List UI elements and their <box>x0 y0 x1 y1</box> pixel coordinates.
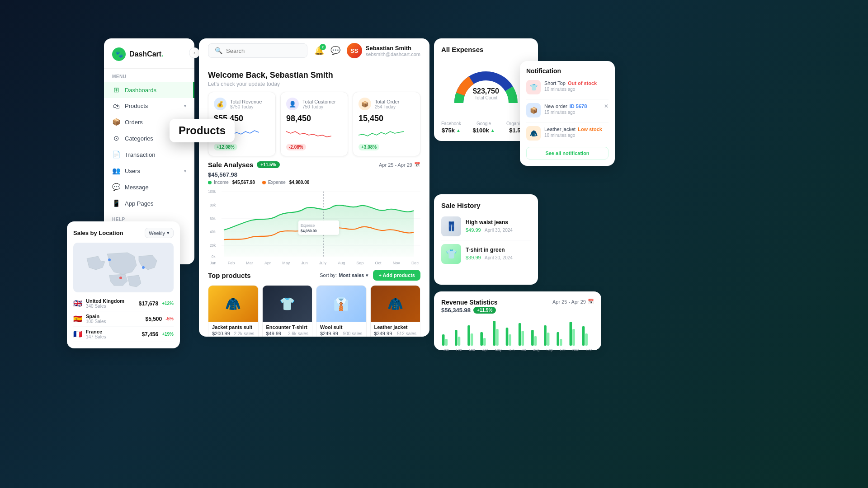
transaction-icon: 📄 <box>112 150 120 159</box>
product-sales-wool: 900 sales <box>343 331 363 336</box>
notif-content-short-top: Short Top Out of stock <box>544 80 597 87</box>
stat-value-customer: 98,450 <box>286 114 342 123</box>
chevron-down-icon: ▾ <box>366 272 368 278</box>
sidebar-item-dashboards[interactable]: ⊞ Dashboards <box>104 82 194 98</box>
sidebar-item-app-pages[interactable]: 📱 App Pages <box>104 195 194 211</box>
menu-section-label: Menu <box>104 69 194 82</box>
notif-content-leather: Leather jacket Low stock <box>544 126 602 133</box>
user-name: Sebastian Smith <box>366 45 420 52</box>
products-controls: Sort by: Most sales ▾ + Add products <box>320 270 420 281</box>
country-row-spain: 🇪🇸 Spain 100 Sales $5,500 -5% <box>73 311 174 327</box>
revenue-stats-title-group: Revenue Statistics $56,345.98 +11.5% <box>441 299 498 314</box>
welcome-section: Welcome Back, Sebastian Smith Let's chec… <box>199 63 429 92</box>
svg-rect-23 <box>493 321 496 346</box>
header-right: 🔔 2 💬 SS Sebastian Smith sebsmith@dashca… <box>314 43 420 58</box>
revenue-chart-x-labels: JanFebMarAprMayJunJulAugSepOctNovDec <box>441 348 594 352</box>
notif-avatar-leather: 🧥 <box>526 126 541 141</box>
svg-rect-15 <box>442 334 445 346</box>
history-date-jeans: April 30, 2024 <box>485 228 513 233</box>
product-info-jacket: Jacket pants suit $200.99 2.2k sales <box>208 322 258 337</box>
svg-rect-17 <box>455 330 458 346</box>
logo-icon: 🐾 <box>112 47 126 61</box>
user-profile[interactable]: SS Sebastian Smith sebsmith@dashcart.com <box>347 43 420 58</box>
stat-change-order: +3.08% <box>359 144 379 150</box>
sidebar-item-message[interactable]: 💬 Message <box>104 179 194 195</box>
svg-text:0k: 0k <box>212 255 216 259</box>
see-all-notifications-button[interactable]: See all notification <box>526 147 609 160</box>
uk-name: United Kingdom <box>86 298 124 304</box>
google-label: Google <box>472 121 495 126</box>
history-price-tshirt: $39.99 <box>466 255 481 260</box>
location-header: Sales by Location Weekly ▾ <box>73 228 174 238</box>
history-price-date-tshirt: $39.99 April 30, 2024 <box>466 253 531 261</box>
svg-rect-37 <box>582 326 585 346</box>
history-item-tshirt: 👕 T-shirt in green $39.99 April 30, 2024 <box>441 240 531 267</box>
weekly-dropdown[interactable]: Weekly ▾ <box>145 228 174 238</box>
product-card-wool[interactable]: 👔 Wool suit $249.99 900 sales <box>316 285 367 337</box>
history-info-jeans: High waist jeans $49.99 April 30, 2024 <box>466 219 531 234</box>
product-info-tshirt: Encounter T-shirt $49.99 3.6k sales <box>263 322 312 337</box>
stat-info-customer: Total Customer 750 Today <box>302 99 336 109</box>
sidebar-item-users[interactable]: 👥 Users ▾ <box>104 163 194 179</box>
message-button[interactable]: 💬 <box>330 46 340 56</box>
product-card-jacket[interactable]: 🧥 Jacket pants suit $200.99 2.2k sales <box>208 285 259 337</box>
donut-chart: $23,750 Total Count <box>441 58 531 117</box>
categories-icon: ⊙ <box>112 134 120 142</box>
svg-text:Expense: Expense <box>301 223 315 227</box>
chevron-down-icon: ▾ <box>167 230 170 236</box>
svg-rect-38 <box>585 333 588 346</box>
svg-text:$4,980.00: $4,980.00 <box>301 229 317 233</box>
search-box[interactable]: 🔍 <box>208 43 307 58</box>
add-products-button[interactable]: + Add products <box>373 270 420 281</box>
france-flag: 🇫🇷 <box>73 330 82 338</box>
svg-text:100k: 100k <box>208 190 216 194</box>
sidebar-item-products[interactable]: 🛍 Products ▾ <box>104 98 194 114</box>
product-card-tshirt[interactable]: 👕 Encounter T-shirt $49.99 3.6k sales <box>262 285 313 337</box>
notif-content-new-order: New order ID 5678 <box>544 103 600 110</box>
notification-button[interactable]: 🔔 2 <box>314 46 324 56</box>
all-expenses-title: All Expenses <box>441 46 531 53</box>
sidebar-label-app-pages: App Pages <box>125 200 186 207</box>
welcome-subtitle: Let's check your update today <box>208 81 420 87</box>
notif-divider <box>526 99 609 99</box>
notif-avatar-short-top: 👕 <box>526 80 541 94</box>
collapse-sidebar-button[interactable]: ‹ <box>189 47 200 58</box>
customer-sparkline <box>286 127 331 141</box>
sort-dropdown[interactable]: Sort by: Most sales ▾ <box>320 272 368 278</box>
close-notification-button[interactable]: ✕ <box>604 103 609 109</box>
revenue-stats-date-range: Apr 25 - Apr 29 📅 <box>552 299 594 305</box>
order-sparkline <box>359 127 404 141</box>
svg-rect-21 <box>480 332 483 346</box>
svg-rect-26 <box>509 334 511 346</box>
uk-revenue: $17,678 <box>139 300 158 307</box>
sidebar-item-transaction[interactable]: 📄 Transaction <box>104 146 194 163</box>
notification-title: Notification <box>526 67 609 75</box>
main-panel: 🔍 🔔 2 💬 SS Sebastian Smith sebsmith@dash… <box>199 38 429 337</box>
notif-text-new-order: New order ID 5678 15 minutes ago <box>544 103 600 115</box>
search-input[interactable] <box>226 47 301 54</box>
history-date-tshirt: April 30, 2024 <box>485 255 513 260</box>
stat-info-order: Total Order 254 Today <box>375 99 399 109</box>
sale-history-title: Sale History <box>441 202 531 209</box>
spain-revenue: $5,500 <box>146 316 162 322</box>
products-floating-label: Products <box>170 119 235 142</box>
spain-name: Spain <box>86 314 106 319</box>
svg-point-42 <box>119 277 122 279</box>
countries-list: 🇬🇧 United Kingdom 340 Sales $17,678 +12%… <box>73 296 174 342</box>
notification-item-leather: 🧥 Leather jacket Low stock 10 minutes ag… <box>526 126 609 141</box>
history-image-tshirt: 👕 <box>441 244 461 264</box>
logo-area: 🐾 DashCart. ‹ <box>104 47 194 69</box>
uk-info: United Kingdom 340 Sales <box>86 298 124 309</box>
france-sales: 147 Sales <box>86 334 106 339</box>
location-title: Sales by Location <box>73 230 123 236</box>
customer-icon: 👤 <box>286 98 299 110</box>
france-name: France <box>86 329 106 334</box>
product-card-leather[interactable]: 🧥 Leather jacket $349.99 512 sales <box>370 285 421 337</box>
svg-rect-30 <box>534 336 537 346</box>
uk-sales: 340 Sales <box>86 304 124 309</box>
donut-label: Total Count <box>473 95 499 100</box>
france-revenue: $7,456 <box>142 331 158 338</box>
product-price-leather: $349.99 <box>374 331 392 336</box>
stat-header-order: 📦 Total Order 254 Today <box>359 98 415 110</box>
map-svg <box>73 243 174 292</box>
